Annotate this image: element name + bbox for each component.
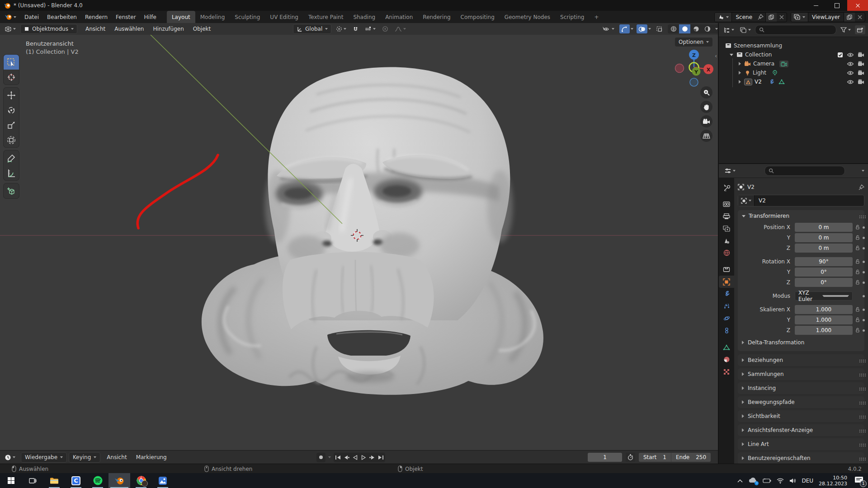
scene-delete-button[interactable] bbox=[777, 13, 787, 22]
hide-eye-icon[interactable] bbox=[847, 70, 854, 75]
proportional-falloff-button[interactable] bbox=[393, 24, 408, 33]
properties-editor-type-button[interactable] bbox=[722, 166, 737, 175]
shading-rendered-button[interactable] bbox=[702, 24, 713, 33]
panel-instancing[interactable]: Instancing bbox=[738, 382, 864, 394]
tab-modeling[interactable]: Modeling bbox=[195, 11, 230, 23]
rotation-z-field[interactable]: 0° bbox=[795, 278, 853, 287]
outliner-row-camera[interactable]: Camera bbox=[739, 59, 788, 68]
breadcrumb-object-name[interactable]: V2 bbox=[747, 184, 755, 190]
tab-uv-editing[interactable]: UV Editing bbox=[265, 11, 303, 23]
gizmo-neg-z-ball[interactable] bbox=[690, 78, 698, 86]
wifi-icon[interactable] bbox=[777, 478, 784, 483]
object-name-field[interactable]: V2 bbox=[738, 195, 864, 206]
outliner-search-input[interactable] bbox=[755, 25, 836, 35]
spotify-button[interactable] bbox=[87, 473, 108, 488]
tab-compositing[interactable]: Compositing bbox=[456, 11, 500, 23]
outliner-row-light[interactable]: Light bbox=[739, 68, 778, 77]
start-button[interactable] bbox=[0, 473, 22, 488]
tab-material[interactable] bbox=[719, 353, 734, 366]
expand-arrow-icon[interactable] bbox=[730, 54, 733, 56]
lock-icon[interactable] bbox=[853, 280, 863, 285]
play-reverse-button[interactable] bbox=[351, 453, 359, 462]
expand-arrow-icon[interactable] bbox=[739, 62, 741, 66]
transform-orientation-dropdown[interactable]: Global bbox=[293, 24, 331, 34]
panel-sammlungen[interactable]: Sammlungen bbox=[738, 368, 864, 380]
panel-sichtbarkeit[interactable]: Sichtbarkeit bbox=[738, 410, 864, 422]
minimize-button[interactable] bbox=[806, 0, 826, 11]
mesh-data-icon[interactable] bbox=[778, 79, 785, 84]
tool-cursor[interactable] bbox=[4, 70, 19, 84]
close-button[interactable] bbox=[847, 0, 868, 11]
camera-data-icon[interactable] bbox=[779, 61, 788, 67]
outliner-filter-button[interactable] bbox=[839, 25, 853, 34]
app-c-button[interactable]: C bbox=[65, 473, 87, 488]
render-camera-icon[interactable] bbox=[858, 52, 864, 57]
viewport-3d[interactable]: Benutzeransicht (1) Collection | V2 Opti… bbox=[0, 35, 718, 450]
overlays-toggle-button[interactable] bbox=[637, 24, 647, 33]
chrome-button[interactable] bbox=[130, 473, 152, 488]
scale-x-field[interactable]: 1.000 bbox=[795, 305, 853, 314]
tab-collection[interactable] bbox=[719, 263, 734, 276]
camera-view-button[interactable] bbox=[700, 115, 712, 127]
timeline-menu-markierung[interactable]: Markierung bbox=[132, 454, 171, 460]
tab-output[interactable] bbox=[719, 210, 734, 222]
mode-dropdown[interactable]: Objektmodus bbox=[20, 24, 77, 34]
add-workspace-button[interactable]: + bbox=[589, 11, 604, 23]
panel-bewegungspfade[interactable]: Bewegungspfade bbox=[738, 396, 864, 408]
zoom-button[interactable] bbox=[700, 86, 712, 99]
scene-copy-button[interactable] bbox=[765, 13, 777, 22]
animate-dot[interactable] bbox=[863, 247, 865, 249]
menu-datei[interactable]: Datei bbox=[20, 11, 43, 23]
modifier-wrench-icon[interactable] bbox=[769, 79, 774, 85]
tab-world[interactable] bbox=[719, 247, 734, 259]
tray-expand-chevron-icon[interactable] bbox=[737, 479, 743, 483]
tab-texture-paint[interactable]: Texture Paint bbox=[303, 11, 348, 23]
render-camera-icon[interactable] bbox=[858, 61, 864, 66]
keying-dropdown[interactable]: Keying bbox=[69, 452, 100, 463]
jump-to-start-button[interactable] bbox=[334, 453, 342, 462]
render-camera-icon[interactable] bbox=[858, 70, 864, 75]
menu-hilfe[interactable]: Hilfe bbox=[140, 11, 160, 23]
properties-options-chevron[interactable] bbox=[862, 170, 864, 172]
editor-type-button[interactable] bbox=[3, 24, 18, 33]
view-layer-delete-button[interactable] bbox=[855, 13, 865, 22]
tool-annotate[interactable] bbox=[4, 150, 19, 165]
delta-transform-header[interactable]: Delta-Transformation bbox=[738, 338, 864, 347]
auto-keying-button[interactable] bbox=[316, 453, 326, 462]
notification-center-button[interactable]: 1 bbox=[854, 476, 863, 485]
lock-icon[interactable] bbox=[853, 245, 863, 251]
menu-ansicht[interactable]: Ansicht bbox=[81, 26, 110, 32]
use-preview-range-button[interactable] bbox=[626, 453, 635, 462]
shading-solid-button[interactable] bbox=[679, 24, 690, 33]
gizmos-toggle-button[interactable] bbox=[619, 24, 630, 33]
menu-hinzufuegen[interactable]: Hinzufügen bbox=[148, 26, 188, 32]
pin-icon[interactable] bbox=[859, 184, 864, 190]
snap-settings-button[interactable] bbox=[363, 24, 377, 33]
tab-sculpting[interactable]: Sculpting bbox=[230, 11, 265, 23]
view-layer-copy-button[interactable] bbox=[844, 13, 855, 22]
photos-button[interactable] bbox=[152, 473, 174, 488]
panel-ansichtsfenster-anzeige[interactable]: Ansichtsfenster-Anzeige bbox=[738, 424, 864, 436]
animate-dot[interactable] bbox=[863, 329, 865, 332]
scene-browse-button[interactable] bbox=[715, 13, 732, 22]
scale-y-field[interactable]: 1.000 bbox=[795, 315, 853, 324]
scene-name[interactable]: Scene bbox=[732, 14, 756, 20]
lock-icon[interactable] bbox=[853, 328, 863, 333]
pan-button[interactable] bbox=[700, 101, 712, 113]
tab-constraints[interactable] bbox=[719, 324, 734, 337]
animate-dot[interactable] bbox=[863, 282, 865, 284]
outliner-filter-mode-button[interactable] bbox=[738, 25, 753, 34]
timeline-menu-ansicht[interactable]: Ansicht bbox=[102, 454, 131, 460]
tool-measure[interactable] bbox=[4, 165, 19, 180]
shading-wireframe-button[interactable] bbox=[668, 24, 679, 33]
menu-objekt[interactable]: Objekt bbox=[189, 26, 215, 32]
tab-view-layer[interactable] bbox=[719, 222, 734, 235]
end-frame-field[interactable]: Ende 250 bbox=[671, 453, 711, 462]
keyboard-language[interactable]: DEU bbox=[802, 478, 813, 484]
light-data-icon[interactable] bbox=[772, 70, 778, 76]
task-view-button[interactable] bbox=[22, 473, 43, 488]
pivot-point-button[interactable] bbox=[334, 24, 348, 33]
panel-benutzereigenschaften[interactable]: Benutzereigenschaften bbox=[738, 452, 864, 464]
lock-icon[interactable] bbox=[853, 317, 863, 323]
tab-physics[interactable] bbox=[719, 312, 734, 324]
